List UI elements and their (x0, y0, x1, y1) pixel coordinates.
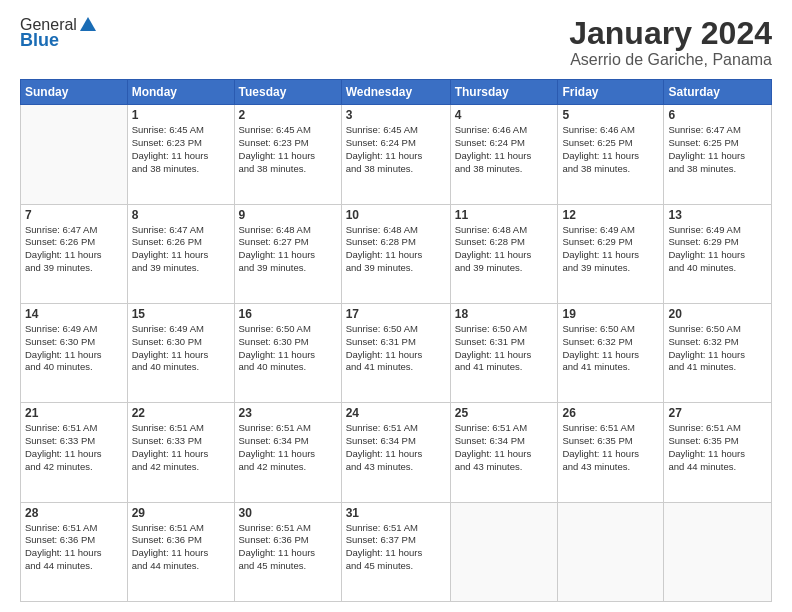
day-number: 29 (132, 506, 230, 520)
day-cell: 9Sunrise: 6:48 AM Sunset: 6:27 PM Daylig… (234, 204, 341, 303)
day-cell: 17Sunrise: 6:50 AM Sunset: 6:31 PM Dayli… (341, 303, 450, 402)
day-info: Sunrise: 6:50 AM Sunset: 6:32 PM Dayligh… (668, 323, 767, 374)
day-cell: 8Sunrise: 6:47 AM Sunset: 6:26 PM Daylig… (127, 204, 234, 303)
day-cell: 16Sunrise: 6:50 AM Sunset: 6:30 PM Dayli… (234, 303, 341, 402)
day-info: Sunrise: 6:49 AM Sunset: 6:30 PM Dayligh… (25, 323, 123, 374)
day-number: 5 (562, 108, 659, 122)
day-info: Sunrise: 6:45 AM Sunset: 6:23 PM Dayligh… (239, 124, 337, 175)
calendar-table: Sunday Monday Tuesday Wednesday Thursday… (20, 79, 772, 602)
day-cell: 23Sunrise: 6:51 AM Sunset: 6:34 PM Dayli… (234, 403, 341, 502)
day-cell: 2Sunrise: 6:45 AM Sunset: 6:23 PM Daylig… (234, 105, 341, 204)
col-thursday: Thursday (450, 80, 558, 105)
day-cell: 5Sunrise: 6:46 AM Sunset: 6:25 PM Daylig… (558, 105, 664, 204)
col-saturday: Saturday (664, 80, 772, 105)
title-block: January 2024 Aserrio de Gariche, Panama (569, 16, 772, 69)
day-info: Sunrise: 6:47 AM Sunset: 6:26 PM Dayligh… (25, 224, 123, 275)
day-cell: 15Sunrise: 6:49 AM Sunset: 6:30 PM Dayli… (127, 303, 234, 402)
day-cell: 26Sunrise: 6:51 AM Sunset: 6:35 PM Dayli… (558, 403, 664, 502)
day-number: 30 (239, 506, 337, 520)
day-info: Sunrise: 6:51 AM Sunset: 6:36 PM Dayligh… (25, 522, 123, 573)
day-cell: 12Sunrise: 6:49 AM Sunset: 6:29 PM Dayli… (558, 204, 664, 303)
day-number: 24 (346, 406, 446, 420)
day-number: 23 (239, 406, 337, 420)
day-cell: 31Sunrise: 6:51 AM Sunset: 6:37 PM Dayli… (341, 502, 450, 601)
day-number: 27 (668, 406, 767, 420)
day-cell (558, 502, 664, 601)
day-info: Sunrise: 6:47 AM Sunset: 6:25 PM Dayligh… (668, 124, 767, 175)
day-info: Sunrise: 6:45 AM Sunset: 6:24 PM Dayligh… (346, 124, 446, 175)
day-number: 1 (132, 108, 230, 122)
day-number: 16 (239, 307, 337, 321)
day-number: 2 (239, 108, 337, 122)
day-info: Sunrise: 6:51 AM Sunset: 6:33 PM Dayligh… (25, 422, 123, 473)
day-cell (21, 105, 128, 204)
day-number: 17 (346, 307, 446, 321)
day-cell: 19Sunrise: 6:50 AM Sunset: 6:32 PM Dayli… (558, 303, 664, 402)
day-number: 8 (132, 208, 230, 222)
page: General Blue January 2024 Aserrio de Gar… (0, 0, 792, 612)
day-cell: 22Sunrise: 6:51 AM Sunset: 6:33 PM Dayli… (127, 403, 234, 502)
day-info: Sunrise: 6:50 AM Sunset: 6:32 PM Dayligh… (562, 323, 659, 374)
day-cell: 7Sunrise: 6:47 AM Sunset: 6:26 PM Daylig… (21, 204, 128, 303)
day-info: Sunrise: 6:50 AM Sunset: 6:30 PM Dayligh… (239, 323, 337, 374)
day-cell (664, 502, 772, 601)
col-friday: Friday (558, 80, 664, 105)
svg-marker-0 (80, 17, 96, 31)
day-number: 20 (668, 307, 767, 321)
day-info: Sunrise: 6:49 AM Sunset: 6:30 PM Dayligh… (132, 323, 230, 374)
day-info: Sunrise: 6:51 AM Sunset: 6:34 PM Dayligh… (346, 422, 446, 473)
day-info: Sunrise: 6:51 AM Sunset: 6:37 PM Dayligh… (346, 522, 446, 573)
day-number: 4 (455, 108, 554, 122)
day-info: Sunrise: 6:50 AM Sunset: 6:31 PM Dayligh… (346, 323, 446, 374)
logo-triangle-icon (79, 15, 97, 33)
day-cell (450, 502, 558, 601)
col-sunday: Sunday (21, 80, 128, 105)
day-cell: 25Sunrise: 6:51 AM Sunset: 6:34 PM Dayli… (450, 403, 558, 502)
day-cell: 11Sunrise: 6:48 AM Sunset: 6:28 PM Dayli… (450, 204, 558, 303)
day-number: 21 (25, 406, 123, 420)
day-cell: 1Sunrise: 6:45 AM Sunset: 6:23 PM Daylig… (127, 105, 234, 204)
logo-blue-text: Blue (20, 30, 59, 51)
day-info: Sunrise: 6:48 AM Sunset: 6:27 PM Dayligh… (239, 224, 337, 275)
day-cell: 13Sunrise: 6:49 AM Sunset: 6:29 PM Dayli… (664, 204, 772, 303)
day-cell: 21Sunrise: 6:51 AM Sunset: 6:33 PM Dayli… (21, 403, 128, 502)
day-number: 31 (346, 506, 446, 520)
col-wednesday: Wednesday (341, 80, 450, 105)
day-cell: 6Sunrise: 6:47 AM Sunset: 6:25 PM Daylig… (664, 105, 772, 204)
day-number: 10 (346, 208, 446, 222)
day-cell: 27Sunrise: 6:51 AM Sunset: 6:35 PM Dayli… (664, 403, 772, 502)
day-cell: 4Sunrise: 6:46 AM Sunset: 6:24 PM Daylig… (450, 105, 558, 204)
day-number: 22 (132, 406, 230, 420)
day-cell: 28Sunrise: 6:51 AM Sunset: 6:36 PM Dayli… (21, 502, 128, 601)
day-info: Sunrise: 6:46 AM Sunset: 6:24 PM Dayligh… (455, 124, 554, 175)
week-row-2: 7Sunrise: 6:47 AM Sunset: 6:26 PM Daylig… (21, 204, 772, 303)
day-info: Sunrise: 6:51 AM Sunset: 6:33 PM Dayligh… (132, 422, 230, 473)
day-cell: 30Sunrise: 6:51 AM Sunset: 6:36 PM Dayli… (234, 502, 341, 601)
day-info: Sunrise: 6:51 AM Sunset: 6:36 PM Dayligh… (132, 522, 230, 573)
day-info: Sunrise: 6:48 AM Sunset: 6:28 PM Dayligh… (346, 224, 446, 275)
week-row-3: 14Sunrise: 6:49 AM Sunset: 6:30 PM Dayli… (21, 303, 772, 402)
day-info: Sunrise: 6:49 AM Sunset: 6:29 PM Dayligh… (562, 224, 659, 275)
header-row: Sunday Monday Tuesday Wednesday Thursday… (21, 80, 772, 105)
day-info: Sunrise: 6:49 AM Sunset: 6:29 PM Dayligh… (668, 224, 767, 275)
day-number: 15 (132, 307, 230, 321)
day-cell: 10Sunrise: 6:48 AM Sunset: 6:28 PM Dayli… (341, 204, 450, 303)
day-number: 28 (25, 506, 123, 520)
week-row-5: 28Sunrise: 6:51 AM Sunset: 6:36 PM Dayli… (21, 502, 772, 601)
day-cell: 14Sunrise: 6:49 AM Sunset: 6:30 PM Dayli… (21, 303, 128, 402)
day-cell: 24Sunrise: 6:51 AM Sunset: 6:34 PM Dayli… (341, 403, 450, 502)
day-number: 25 (455, 406, 554, 420)
day-number: 13 (668, 208, 767, 222)
day-number: 26 (562, 406, 659, 420)
calendar-subtitle: Aserrio de Gariche, Panama (569, 51, 772, 69)
day-info: Sunrise: 6:51 AM Sunset: 6:35 PM Dayligh… (668, 422, 767, 473)
day-number: 11 (455, 208, 554, 222)
day-number: 3 (346, 108, 446, 122)
day-cell: 20Sunrise: 6:50 AM Sunset: 6:32 PM Dayli… (664, 303, 772, 402)
day-cell: 18Sunrise: 6:50 AM Sunset: 6:31 PM Dayli… (450, 303, 558, 402)
day-number: 12 (562, 208, 659, 222)
day-cell: 3Sunrise: 6:45 AM Sunset: 6:24 PM Daylig… (341, 105, 450, 204)
day-info: Sunrise: 6:47 AM Sunset: 6:26 PM Dayligh… (132, 224, 230, 275)
day-info: Sunrise: 6:48 AM Sunset: 6:28 PM Dayligh… (455, 224, 554, 275)
day-info: Sunrise: 6:51 AM Sunset: 6:35 PM Dayligh… (562, 422, 659, 473)
